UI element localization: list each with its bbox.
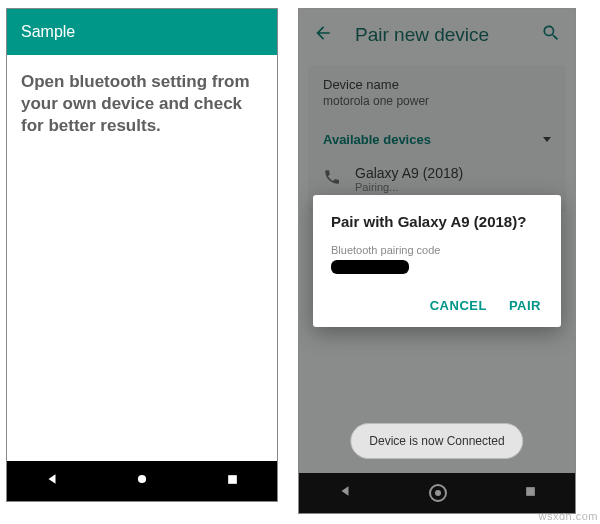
cancel-button[interactable]: CANCEL [430,298,487,313]
app-bar: Sample [7,9,277,55]
app-title: Sample [21,23,75,40]
instruction-text: Open bluetooth setting from your own dev… [7,55,277,153]
connection-toast: Device is now Connected [350,423,523,459]
pairing-dialog: Pair with Galaxy A9 (2018)? Bluetooth pa… [313,195,561,327]
pairing-code-redacted [331,260,409,274]
pairing-code-label: Bluetooth pairing code [331,244,543,256]
dialog-title: Pair with Galaxy A9 (2018)? [331,213,543,230]
bluetooth-settings-screen: Pair new device Device name motorola one… [298,8,576,514]
svg-point-0 [138,475,146,483]
home-nav-button[interactable] [135,472,149,490]
pair-button[interactable]: PAIR [509,298,541,313]
svg-rect-1 [228,475,237,484]
back-nav-button[interactable] [45,472,59,490]
android-nav-bar [7,461,277,501]
sample-app-screen: Sample Open bluetooth setting from your … [6,8,278,502]
recents-nav-button[interactable] [226,472,239,490]
